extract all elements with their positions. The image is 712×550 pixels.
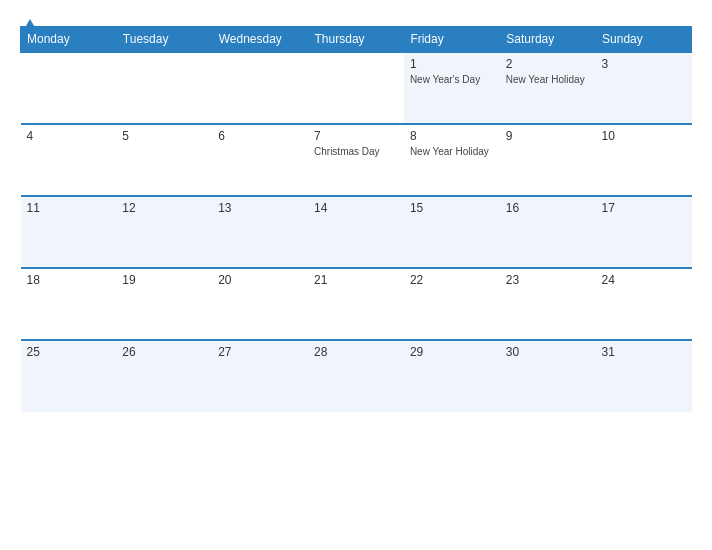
calendar-week-row: 25262728293031 [21,340,692,412]
day-number: 16 [506,201,590,215]
day-number: 9 [506,129,590,143]
day-number: 26 [122,345,206,359]
calendar-cell: 22 [404,268,500,340]
calendar-cell: 26 [116,340,212,412]
calendar-cell: 29 [404,340,500,412]
calendar-week-row: 18192021222324 [21,268,692,340]
calendar-cell: 5 [116,124,212,196]
calendar-cell: 4 [21,124,117,196]
calendar-body: 1New Year's Day2New Year Holiday34567Chr… [21,52,692,412]
logo-triangle-icon [22,17,38,37]
calendar-week-row: 4567Christmas Day8New Year Holiday910 [21,124,692,196]
calendar-cell: 9 [500,124,596,196]
day-event: New Year's Day [410,73,494,86]
weekday-header: Tuesday [116,27,212,53]
calendar-cell: 15 [404,196,500,268]
calendar-cell: 19 [116,268,212,340]
calendar-cell [21,52,117,124]
calendar-cell: 7Christmas Day [308,124,404,196]
calendar-table: MondayTuesdayWednesdayThursdayFridaySatu… [20,26,692,412]
day-number: 8 [410,129,494,143]
calendar-cell: 21 [308,268,404,340]
calendar-cell [308,52,404,124]
calendar-header: MondayTuesdayWednesdayThursdayFridaySatu… [21,27,692,53]
calendar-cell: 25 [21,340,117,412]
calendar-cell: 10 [596,124,692,196]
calendar-cell [212,52,308,124]
day-number: 23 [506,273,590,287]
day-number: 27 [218,345,302,359]
day-number: 21 [314,273,398,287]
day-number: 13 [218,201,302,215]
day-number: 3 [602,57,686,71]
calendar-cell: 30 [500,340,596,412]
weekday-header: Friday [404,27,500,53]
calendar-cell: 24 [596,268,692,340]
weekday-header: Saturday [500,27,596,53]
day-number: 2 [506,57,590,71]
day-number: 10 [602,129,686,143]
day-number: 7 [314,129,398,143]
day-number: 12 [122,201,206,215]
day-number: 17 [602,201,686,215]
logo [20,16,38,37]
weekday-header: Thursday [308,27,404,53]
calendar-cell: 17 [596,196,692,268]
day-number: 1 [410,57,494,71]
day-number: 5 [122,129,206,143]
day-number: 22 [410,273,494,287]
svg-marker-0 [23,19,37,31]
calendar-cell: 3 [596,52,692,124]
days-of-week-row: MondayTuesdayWednesdayThursdayFridaySatu… [21,27,692,53]
calendar-week-row: 11121314151617 [21,196,692,268]
calendar-cell: 11 [21,196,117,268]
calendar-cell: 28 [308,340,404,412]
calendar-cell: 27 [212,340,308,412]
day-number: 28 [314,345,398,359]
day-number: 6 [218,129,302,143]
calendar-cell: 6 [212,124,308,196]
calendar-cell: 13 [212,196,308,268]
day-number: 4 [27,129,111,143]
calendar-cell: 31 [596,340,692,412]
day-number: 15 [410,201,494,215]
weekday-header: Wednesday [212,27,308,53]
calendar-cell: 1New Year's Day [404,52,500,124]
calendar-cell: 16 [500,196,596,268]
day-number: 29 [410,345,494,359]
day-number: 18 [27,273,111,287]
calendar-cell: 20 [212,268,308,340]
day-number: 20 [218,273,302,287]
weekday-header: Sunday [596,27,692,53]
calendar-cell: 8New Year Holiday [404,124,500,196]
calendar-week-row: 1New Year's Day2New Year Holiday3 [21,52,692,124]
day-number: 30 [506,345,590,359]
day-number: 31 [602,345,686,359]
day-number: 24 [602,273,686,287]
calendar-cell: 2New Year Holiday [500,52,596,124]
day-event: New Year Holiday [506,73,590,86]
calendar-cell: 14 [308,196,404,268]
day-number: 19 [122,273,206,287]
page: MondayTuesdayWednesdayThursdayFridaySatu… [0,0,712,550]
day-number: 11 [27,201,111,215]
day-event: New Year Holiday [410,145,494,158]
day-number: 14 [314,201,398,215]
day-number: 25 [27,345,111,359]
calendar-cell: 23 [500,268,596,340]
calendar-cell: 12 [116,196,212,268]
calendar-cell: 18 [21,268,117,340]
calendar-cell [116,52,212,124]
day-event: Christmas Day [314,145,398,158]
